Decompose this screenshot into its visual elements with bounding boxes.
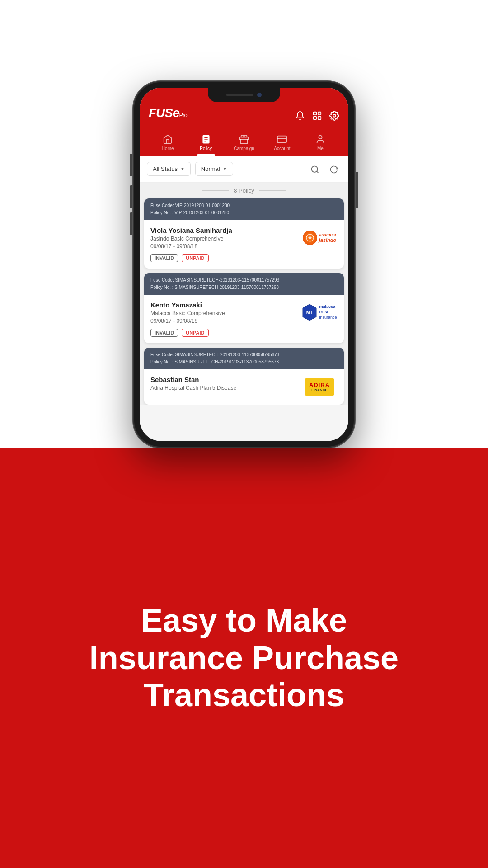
policy-holder-2: Kento Yamazaki [150, 301, 225, 309]
type-chevron-icon: ▼ [223, 166, 227, 171]
nav-item-home[interactable]: Home [149, 130, 187, 156]
nav-label-policy: Policy [200, 146, 212, 151]
home-icon [163, 134, 173, 144]
me-icon [315, 134, 325, 144]
svg-rect-9 [277, 136, 286, 143]
type-filter-button[interactable]: Normal ▼ [195, 162, 233, 176]
menu-icon[interactable] [312, 110, 322, 121]
svg-point-4 [333, 114, 336, 117]
header-top: FUSePro [149, 106, 339, 130]
policy-no-1: Policy No. : VIP-20191203-01-0001280 [150, 209, 338, 217]
top-spacer [0, 0, 488, 72]
nav-label-campaign: Campaign [234, 146, 254, 151]
policy-card-2: Kento Yamazaki Malacca Basic Comprehensi… [144, 295, 344, 343]
policy-count-text: 8 Policy [234, 187, 254, 194]
policy-info-2: Kento Yamazaki Malacca Basic Comprehensi… [150, 301, 225, 324]
policy-icon [201, 134, 211, 144]
notch-speaker [226, 94, 253, 96]
policy-card-top-3: Sebastian Stan Adira Hospital Cash Plan … [150, 376, 338, 398]
policy-group-2[interactable]: Fuse Code: SIMASINSURETECH-20191203-1157… [144, 273, 344, 343]
tagline-line2: Insurance Purchase [89, 639, 399, 677]
nav-label-home: Home [162, 146, 174, 151]
account-icon [277, 134, 287, 144]
svg-point-11 [319, 136, 322, 139]
policy-code-bar-3: Fuse Code: SIMASINSURETECH-20191203-1137… [144, 348, 344, 369]
svg-line-13 [317, 171, 319, 173]
svg-rect-2 [314, 117, 316, 119]
policy-type-3: Adira Hospital Cash Plan 5 Disease [150, 385, 236, 391]
type-filter-label: Normal [201, 165, 220, 172]
policy-count: 8 Policy [140, 183, 348, 198]
policy-badges-2: INVALID UNPAID [150, 329, 338, 337]
policy-info-1: Viola Yosiana Samihardja Jasindo Basic C… [150, 226, 232, 250]
header-icons [295, 110, 339, 121]
refresh-icon[interactable] [327, 162, 341, 176]
nav-item-policy[interactable]: Policy [187, 130, 225, 156]
search-icon[interactable] [308, 162, 322, 176]
nav-item-account[interactable]: Account [263, 130, 301, 156]
status-filter-button[interactable]: All Status ▼ [147, 162, 191, 176]
nav-item-campaign[interactable]: Campaign [225, 130, 263, 156]
policy-list: Fuse Code: VIP-20191203-01-0001280 Polic… [140, 198, 348, 405]
phone-screen: FUSePro [140, 88, 348, 441]
policy-no-3: Policy No. : SIMASINSURETECH-20191203-11… [150, 359, 338, 366]
fuse-code-2: Fuse Code: SIMASINSURETECH-20191203-1157… [150, 277, 338, 284]
bell-icon[interactable] [295, 110, 305, 121]
policy-type-1: Jasindo Basic Comprehensive [150, 236, 232, 242]
status-filter-label: All Status [153, 165, 178, 172]
app-logo: FUSePro [149, 106, 187, 125]
policy-card-top-1: Viola Yosiana Samihardja Jasindo Basic C… [150, 226, 338, 250]
policy-card-3: Sebastian Stan Adira Hospital Cash Plan … [144, 369, 344, 405]
svg-rect-3 [318, 117, 321, 119]
insurer-logo-adira: ADIRA FINANCE [301, 376, 338, 398]
bottom-nav: Home Policy [149, 130, 339, 156]
policy-no-2: Policy No. : SIMASINSURETECH-20191203-11… [150, 284, 338, 291]
invalid-badge-2: INVALID [150, 329, 178, 337]
notch-camera [257, 93, 262, 97]
policy-date-1: 09/08/17 - 09/08/18 [150, 243, 232, 250]
svg-rect-0 [314, 112, 316, 114]
policy-type-2: Malacca Basic Comprehensive [150, 310, 225, 316]
fuse-code-3: Fuse Code: SIMASINSURETECH-20191203-1137… [150, 351, 338, 359]
policy-code-bar-1: Fuse Code: VIP-20191203-01-0001280 Polic… [144, 198, 344, 220]
unpaid-badge-1: UNPAID [182, 254, 208, 262]
policy-code-bar-2: Fuse Code: SIMASINSURETECH-20191203-1157… [144, 273, 344, 295]
phone-container: FUSePro [0, 72, 488, 448]
nav-label-me: Me [317, 146, 324, 151]
invalid-badge-1: INVALID [150, 254, 178, 262]
policy-info-3: Sebastian Stan Adira Hospital Cash Plan … [150, 376, 236, 392]
policy-card-top-2: Kento Yamazaki Malacca Basic Comprehensi… [150, 301, 338, 324]
campaign-icon [239, 134, 249, 144]
nav-label-account: Account [274, 146, 290, 151]
policy-holder-1: Viola Yosiana Samihardja [150, 226, 232, 234]
insurer-logo-malacca: MT malacca trust insurance [301, 301, 338, 324]
settings-icon[interactable] [329, 110, 339, 121]
policy-group-1[interactable]: Fuse Code: VIP-20191203-01-0001280 Polic… [144, 198, 344, 269]
policy-card-1: Viola Yosiana Samihardja Jasindo Basic C… [144, 220, 344, 269]
nav-item-me[interactable]: Me [301, 130, 339, 156]
policy-date-2: 09/08/17 - 09/08/18 [150, 318, 225, 324]
phone-mockup: FUSePro [133, 81, 355, 448]
policy-group-3[interactable]: Fuse Code: SIMASINSURETECH-20191203-1137… [144, 348, 344, 405]
svg-text:MT: MT [306, 310, 313, 315]
unpaid-badge-2: UNPAID [182, 329, 208, 337]
malacca-text: malacca trust insurance [319, 304, 337, 320]
svg-point-12 [312, 166, 318, 172]
bottom-section: Easy to Make Insurance Purchase Transact… [0, 448, 488, 868]
status-chevron-icon: ▼ [180, 166, 185, 171]
phone-notch [208, 88, 280, 102]
policy-holder-3: Sebastian Stan [150, 376, 236, 383]
main-content: All Status ▼ Normal ▼ [140, 156, 348, 405]
policy-badges-1: INVALID UNPAID [150, 254, 338, 262]
insurer-logo-jasindo: asuransi jasindo [301, 226, 338, 249]
fuse-code-1: Fuse Code: VIP-20191203-01-0001280 [150, 202, 338, 209]
bottom-tagline: Easy to Make Insurance Purchase Transact… [89, 602, 399, 714]
tagline-line1: Easy to Make [89, 602, 399, 639]
tagline-line3: Transactions [89, 676, 399, 714]
filter-bar: All Status ▼ Normal ▼ [140, 156, 348, 183]
svg-rect-1 [318, 112, 321, 114]
